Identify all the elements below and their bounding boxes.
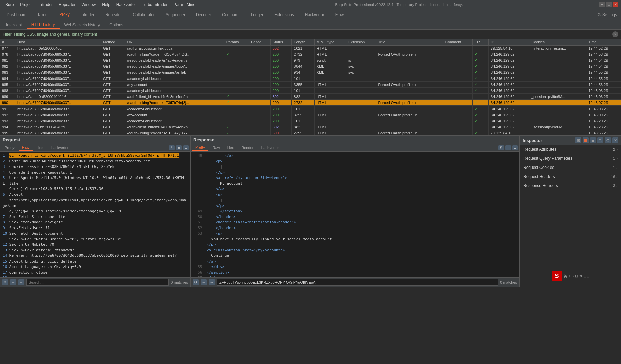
table-row[interactable]: 992 https://0a67007d040dc680c337... GET … <box>0 112 621 118</box>
req-settings-btn[interactable]: ⚙ <box>2 279 8 285</box>
inspector-settings-btn[interactable]: ⚙ <box>605 137 611 143</box>
col-title[interactable]: Title <box>376 39 443 46</box>
maximize-button[interactable]: □ <box>606 2 612 7</box>
req-tab-hex[interactable]: Hex <box>33 145 47 150</box>
res-action-btn1[interactable]: ⎘ <box>498 145 504 150</box>
res-tab-raw[interactable]: Raw <box>209 145 223 150</box>
subtab-websockets-history[interactable]: WebSockets history <box>60 22 105 28</box>
res-tab-hackvertor[interactable]: Hackvertor <box>257 145 282 150</box>
response-search-input[interactable] <box>217 279 498 286</box>
req-action-btn3[interactable]: ≡ <box>183 145 189 150</box>
inspector-item-request-cookies[interactable]: Request Cookies 1 › <box>520 163 621 172</box>
col-tls[interactable]: TLS <box>473 39 489 46</box>
tab-extensions[interactable]: Extensions <box>269 9 300 20</box>
col-comment[interactable]: Comment <box>443 39 472 46</box>
inspector-item-request-query-params[interactable]: Request Query Parameters 1 › <box>520 154 621 163</box>
col-host[interactable]: Host <box>15 39 101 46</box>
req-tab-hackvertor[interactable]: Hackvertor <box>47 145 72 150</box>
inspector-item-request-attributes[interactable]: Request Attributes 2 › <box>520 145 621 154</box>
menu-hackvertor[interactable]: Hackvertor <box>114 2 139 8</box>
subtab-http-history[interactable]: HTTP history <box>27 21 60 29</box>
inspector-item-response-headers[interactable]: Response Headers 3 › <box>520 181 621 190</box>
tab-proxy[interactable]: Proxy <box>54 9 75 20</box>
tab-target[interactable]: Target <box>32 9 54 20</box>
tab-repeater[interactable]: Repeater <box>100 9 127 20</box>
col-num[interactable]: # <box>0 39 15 46</box>
help-button[interactable]: ? <box>612 31 618 37</box>
col-cookies[interactable]: Cookies <box>529 39 586 46</box>
res-nav-next[interactable]: → <box>209 279 215 285</box>
col-edited[interactable]: Edited <box>249 39 271 46</box>
res-nav-prev[interactable]: ← <box>201 279 207 285</box>
tab-sequencer[interactable]: Sequencer <box>160 9 191 20</box>
col-method[interactable]: Method <box>101 39 125 46</box>
res-tab-render[interactable]: Render <box>238 145 257 150</box>
table-row[interactable]: 983 https://0a67007d040dc680c337... GET … <box>0 69 621 75</box>
col-length[interactable]: Length <box>292 39 314 46</box>
minimize-button[interactable]: ─ <box>599 2 605 7</box>
table-row[interactable]: 984 https://0a67007d040dc680c337... GET … <box>0 75 621 82</box>
inspector-close-btn[interactable]: ✕ <box>612 137 618 143</box>
tab-intruder[interactable]: Intruder <box>75 9 100 20</box>
req-nav-next[interactable]: → <box>18 279 24 285</box>
chevron-icon: › <box>616 156 618 160</box>
table-row[interactable]: 993 https://0a67007d040dc680c337... GET … <box>0 118 621 124</box>
table-row[interactable]: 985 https://0a67007d040dc680c337... GET … <box>0 82 621 88</box>
request-search-input[interactable] <box>26 279 169 286</box>
menu-intruder[interactable]: Intruder <box>36 2 55 8</box>
res-tab-pretty[interactable]: Pretty <box>192 145 208 151</box>
col-ip[interactable]: IP <box>489 39 529 46</box>
col-time[interactable]: Time <box>586 39 621 46</box>
col-status[interactable]: Status <box>270 39 292 46</box>
res-action-btn3[interactable]: ≡ <box>512 145 518 150</box>
menu-project[interactable]: Project <box>17 2 35 8</box>
table-row[interactable]: 994 https://0auth-0a520004040fc6... GET … <box>0 124 621 130</box>
tab-collaborator[interactable]: Collaborator <box>128 9 160 20</box>
res-settings-btn[interactable]: ⚙ <box>193 279 199 285</box>
tab-decoder[interactable]: Decoder <box>191 9 217 20</box>
table-row[interactable]: 978 https://0a67007d040dc680c337... GET … <box>0 51 621 57</box>
table-row[interactable]: 990 https://0a67007d040dc680c337... GET … <box>0 100 621 106</box>
req-action-btn2[interactable]: ln <box>176 145 182 150</box>
table-row[interactable]: 977 https://0auth-0a52000040c... GET /au… <box>0 46 621 51</box>
tab-hackvertor[interactable]: Hackvertor <box>300 9 330 20</box>
cell-edited <box>249 63 271 69</box>
inspector-item-request-headers[interactable]: Request Headers 16 › <box>520 172 621 181</box>
menu-burp[interactable]: Burp <box>3 2 17 8</box>
tab-comparer[interactable]: Comparer <box>217 9 245 20</box>
filter-text[interactable]: Filter: Hiding CSS, image and general bi… <box>3 32 97 37</box>
table-row[interactable]: 995 https://0a67007d040dc680c337... GET … <box>0 130 621 135</box>
menu-param-miner[interactable]: Param Miner <box>171 2 199 8</box>
cell-status: 200 <box>270 118 292 124</box>
req-action-btn1[interactable]: ⎘ <box>169 145 175 150</box>
res-action-btn2[interactable]: ln <box>505 145 511 150</box>
table-row[interactable]: 991 https://0a67007d040dc680c337... GET … <box>0 106 621 112</box>
req-tab-raw[interactable]: Raw <box>19 145 33 151</box>
menu-turbo-intruder[interactable]: Turbo Intruder <box>139 2 170 8</box>
inspector-view-btn1[interactable]: ⊞ <box>575 137 581 143</box>
inspector-view-btn2[interactable]: ▦ <box>583 137 589 143</box>
subtab-intercept[interactable]: Intercept <box>1 22 27 28</box>
req-nav-prev[interactable]: ← <box>10 279 16 285</box>
menu-window[interactable]: Window <box>79 2 98 8</box>
settings-button[interactable]: ⚙ Settings <box>595 12 620 17</box>
close-button[interactable]: ✕ <box>613 2 618 7</box>
req-tab-pretty[interactable]: Pretty <box>1 145 18 150</box>
col-params[interactable]: Params <box>224 39 249 46</box>
res-tab-hex[interactable]: Hex <box>224 145 237 150</box>
col-url[interactable]: URL <box>125 39 224 46</box>
table-row[interactable]: 982 https://0a67007d040dc680c337... GET … <box>0 63 621 69</box>
col-mime[interactable]: MIME type <box>314 39 346 46</box>
inspector-list-btn[interactable]: ☰ <box>590 137 596 143</box>
inspector-sort-btn[interactable]: ⇅ <box>597 137 603 143</box>
table-row[interactable]: 989 https://0auth-0a520004040fc6... GET … <box>0 94 621 100</box>
tab-flow[interactable]: Flow <box>330 9 349 20</box>
col-extension[interactable]: Extension <box>346 39 376 46</box>
table-row[interactable]: 988 https://0a67007d040dc680c337... GET … <box>0 88 621 94</box>
table-row[interactable]: 981 https://0a67007d040dc680c337... GET … <box>0 57 621 63</box>
subtab-options[interactable]: Options <box>105 22 128 28</box>
menu-help[interactable]: Help <box>99 2 113 8</box>
tab-logger[interactable]: Logger <box>246 9 269 20</box>
tab-dashboard[interactable]: Dashboard <box>1 9 32 20</box>
menu-repeater[interactable]: Repeater <box>56 2 78 8</box>
